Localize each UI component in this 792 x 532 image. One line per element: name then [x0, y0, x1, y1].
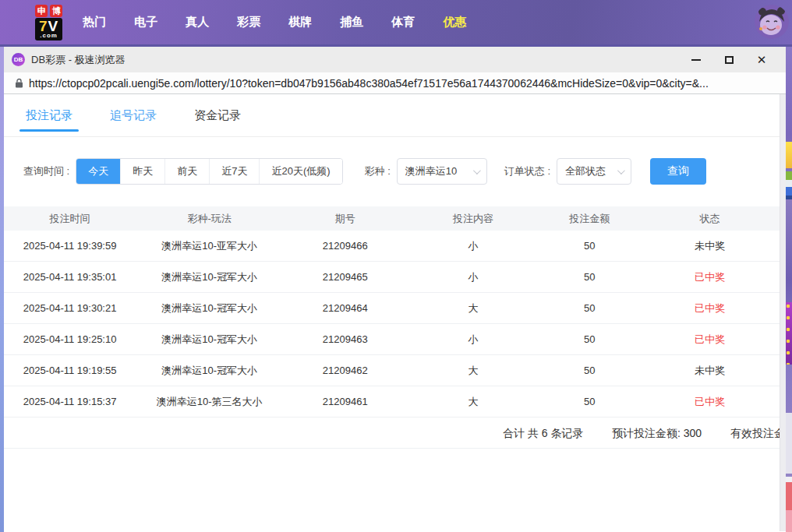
summary-valid-amount: 有效投注金 — [730, 417, 780, 449]
cell-bet-amount: 50 — [539, 396, 640, 407]
table-row: 2025-04-11 19:39:59 澳洲幸运10-亚军大小 21209466… — [4, 231, 780, 262]
tab-bet-records[interactable]: 投注记录 — [26, 94, 72, 136]
summary-expected-amount: 预计投注金额: 300 — [612, 417, 702, 449]
cell-bet-amount: 50 — [539, 302, 640, 314]
lottery-select[interactable]: 澳洲幸运10 — [397, 158, 487, 185]
maximize-icon — [725, 56, 734, 64]
record-tabs: 投注记录追号记录资金记录 — [4, 94, 786, 137]
cell-bet-time: 2025-04-11 19:35:01 — [4, 271, 136, 283]
window-title-bar[interactable]: DB DB彩票 - 极速浏览器 ✕ — [4, 47, 786, 72]
nav-item-lottery[interactable]: 彩票 — [237, 15, 260, 30]
cell-status: 已中奖 — [640, 270, 780, 284]
summary-total-records: 合计 共 6 条记录 — [503, 417, 583, 449]
background-red-graphic — [786, 477, 792, 532]
column-header: 投注内容 — [407, 212, 539, 226]
cell-bet-time: 2025-04-11 19:15:37 — [4, 396, 136, 407]
scrollbar[interactable] — [780, 94, 786, 531]
cell-bet-time: 2025-04-11 19:39:59 — [4, 240, 136, 252]
cell-issue-number: 21209464 — [283, 302, 407, 314]
url-text: https://ctopcp02pcali.uengi5e.com/lotter… — [29, 77, 709, 90]
table-body: 2025-04-11 19:39:59 澳洲幸运10-亚军大小 21209466… — [4, 231, 780, 417]
column-header: 投注金额 — [539, 212, 640, 226]
background-beads-graphic — [786, 302, 792, 365]
browser-window: DB DB彩票 - 极速浏览器 ✕ https://ctopcp02pcali.… — [4, 47, 786, 532]
logo-brand: 7V .com — [35, 18, 62, 41]
table-row: 2025-04-11 19:25:10 澳洲幸运10-冠军大小 21209463… — [4, 324, 780, 355]
site-logo[interactable]: 申 博 7V .com — [35, 5, 62, 41]
background-panel-graphic — [786, 413, 792, 474]
logo-badge-right: 博 — [50, 5, 62, 17]
time-option-yesterday[interactable]: 昨天 — [120, 159, 164, 184]
order-status-select[interactable]: 全部状态 — [557, 158, 631, 185]
chevron-down-icon — [617, 167, 625, 174]
cell-game-play: 澳洲幸运10-冠军大小 — [136, 270, 283, 284]
chevron-down-icon — [473, 167, 481, 174]
nav-item-hot[interactable]: 热门 — [83, 15, 106, 30]
nav-item-live[interactable]: 真人 — [186, 15, 209, 30]
tab-chase-records[interactable]: 追号记录 — [110, 94, 157, 136]
site-top-bar: 申 博 7V .com 热门电子真人彩票棋牌捕鱼体育优惠 — [0, 0, 792, 47]
cell-game-play: 澳洲幸运10-亚军大小 — [136, 239, 283, 253]
time-option-today[interactable]: 今天 — [76, 159, 120, 184]
cell-status: 已中奖 — [640, 301, 780, 315]
cell-bet-content: 小 — [407, 270, 539, 284]
cell-bet-time: 2025-04-11 19:30:21 — [4, 302, 136, 314]
cell-bet-amount: 50 — [539, 333, 640, 345]
minimize-button[interactable] — [680, 47, 712, 72]
cell-status: 未中奖 — [640, 239, 780, 253]
nav-item-chess[interactable]: 棋牌 — [288, 15, 312, 30]
lock-icon — [15, 78, 23, 88]
column-header: 彩种-玩法 — [136, 212, 283, 226]
window-controls: ✕ — [680, 47, 778, 72]
logo-badge-left: 申 — [35, 5, 48, 17]
table-row: 2025-04-11 19:35:01 澳洲幸运10-冠军大小 21209465… — [4, 262, 780, 293]
column-header: 期号 — [283, 212, 407, 226]
nav-item-slots[interactable]: 电子 — [134, 15, 157, 30]
cell-bet-time: 2025-04-11 19:19:55 — [4, 365, 136, 376]
cell-game-play: 澳洲幸运10-第三名大小 — [136, 395, 283, 409]
user-avatar[interactable] — [755, 5, 789, 39]
status-select-value: 全部状态 — [565, 164, 606, 178]
cell-game-play: 澳洲幸运10-冠军大小 — [136, 364, 283, 378]
page-content: 投注记录追号记录资金记录 查询时间 : 今天昨天前天近7天近20天(低频) 彩种… — [4, 94, 786, 531]
time-option-7days[interactable]: 近7天 — [209, 159, 259, 184]
nav-item-fishing[interactable]: 捕鱼 — [340, 15, 363, 30]
bet-records-table: 投注时间彩种-玩法期号投注内容投注金额状态 2025-04-11 19:39:5… — [4, 206, 780, 449]
lottery-select-label: 彩种 : — [365, 164, 391, 178]
logo-brand-suffix: .com — [39, 33, 58, 39]
cell-status: 未中奖 — [640, 364, 780, 378]
cell-issue-number: 21209466 — [283, 240, 407, 252]
table-row: 2025-04-11 19:30:21 澳洲幸运10-冠军大小 21209464… — [4, 293, 780, 324]
minimize-icon — [691, 59, 701, 61]
cell-issue-number: 21209465 — [283, 271, 407, 283]
time-filter-group: 今天昨天前天近7天近20天(低频) — [76, 158, 342, 185]
cell-bet-content: 小 — [407, 333, 539, 347]
time-filter-label: 查询时间 : — [23, 164, 69, 178]
table-row: 2025-04-11 19:15:37 澳洲幸运10-第三名大小 2120946… — [4, 386, 780, 417]
lottery-select-value: 澳洲幸运10 — [405, 164, 457, 178]
table-row: 2025-04-11 19:19:55 澳洲幸运10-冠军大小 21209462… — [4, 355, 780, 386]
nav-item-promo[interactable]: 优惠 — [443, 15, 466, 30]
cell-issue-number: 21209461 — [283, 396, 407, 407]
cell-status: 已中奖 — [640, 333, 780, 347]
column-header: 状态 — [640, 212, 780, 226]
table-header-row: 投注时间彩种-玩法期号投注内容投注金额状态 — [4, 206, 780, 231]
tab-fund-records[interactable]: 资金记录 — [194, 94, 241, 136]
app-icon: DB — [12, 53, 25, 66]
cell-game-play: 澳洲幸运10-冠军大小 — [136, 301, 283, 315]
column-header: 投注时间 — [4, 212, 136, 226]
address-bar[interactable]: https://ctopcp02pcali.uengi5e.com/lotter… — [4, 72, 786, 94]
close-button[interactable]: ✕ — [745, 47, 778, 72]
time-option-20days-low-freq[interactable]: 近20天(低频) — [259, 159, 341, 184]
cell-bet-amount: 50 — [539, 271, 640, 283]
cell-issue-number: 21209463 — [283, 333, 407, 345]
nav-item-sports[interactable]: 体育 — [391, 15, 415, 30]
desktop-background-right — [786, 47, 792, 532]
time-option-day-before[interactable]: 前天 — [164, 159, 209, 184]
site-nav-items: 热门电子真人彩票棋牌捕鱼体育优惠 — [83, 15, 466, 30]
close-icon: ✕ — [757, 54, 767, 65]
cell-issue-number: 21209462 — [283, 365, 407, 376]
cell-status: 已中奖 — [640, 395, 780, 409]
search-button[interactable]: 查询 — [650, 158, 706, 185]
maximize-button[interactable] — [712, 47, 745, 72]
